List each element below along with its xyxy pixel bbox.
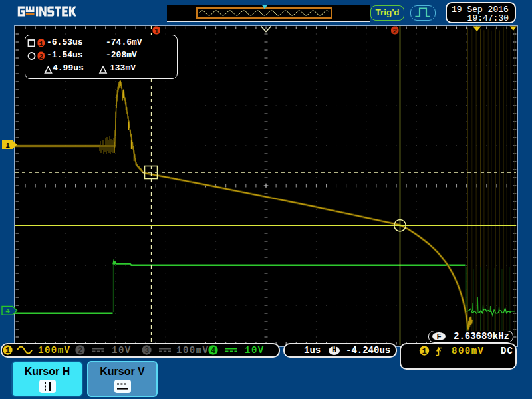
svg-text:4: 4 [211, 346, 215, 356]
svg-text:1: 1 [5, 142, 10, 150]
svg-text:1: 1 [422, 347, 426, 356]
svg-text:1: 1 [154, 27, 159, 35]
svg-text:1: 1 [5, 346, 10, 356]
svg-text:2: 2 [39, 53, 43, 61]
svg-text:4: 4 [5, 307, 10, 315]
svg-text:1: 1 [39, 40, 43, 48]
svg-text:2: 2 [78, 346, 82, 356]
svg-text:3: 3 [144, 346, 149, 356]
svg-text:2: 2 [392, 27, 397, 35]
